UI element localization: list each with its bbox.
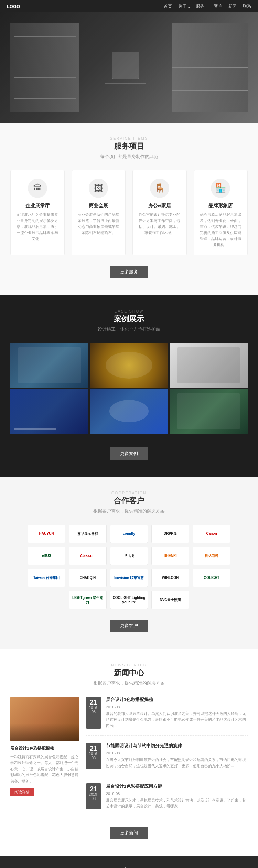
services-subtitle: 每个项目都是量身制作的典范 — [10, 154, 248, 160]
header-nav: 首页关于...服务...客户新闻联系 — [164, 3, 251, 9]
client-logo-6[interactable]: Abiz.com — [69, 547, 107, 565]
news-item-date-2: 2019-08 — [106, 792, 248, 796]
news-read-btn[interactable]: 阅读详情 — [10, 788, 34, 796]
footer-logo-area: LOGO logo name — [10, 867, 248, 868]
news-item-date-1: 2016-08 — [106, 751, 248, 755]
clients-accent: COOPERATION — [10, 491, 248, 495]
client-logo-11[interactable]: CHARQIN — [69, 569, 107, 587]
service-icon-0: 🏛 — [28, 179, 47, 198]
news-featured-desc: 一种独特而有深意的展台色彩搭配，虚心学习设计理念之一。每人，都能把一个无心意，心… — [10, 754, 79, 784]
case-item[interactable] — [170, 389, 248, 434]
header: LOGO 首页关于...服务...客户新闻联系 — [0, 0, 258, 12]
case-item[interactable] — [10, 389, 88, 434]
news-date-num-2: 21 — [87, 785, 100, 792]
cases-more-btn[interactable]: 更多案例 — [110, 447, 148, 460]
news-more-btn[interactable]: 更多新闻 — [110, 827, 148, 839]
service-icon-1: 🖼 — [89, 179, 108, 198]
news-item-date-0: 2016-08 — [106, 705, 248, 709]
nav-item-5[interactable]: 联系 — [243, 3, 251, 9]
nav-item-4[interactable]: 新闻 — [228, 3, 237, 9]
service-desc-0: 企业展示厅为企业提供专业量身定制的展示解决方案，展现品牌形象，吸引一流企业展示品… — [16, 212, 59, 242]
news-item-desc-1: 在当今大兴节能照明建筑设计的社会，节能照明设计和配套的关系，节约用电的环境协调，… — [106, 757, 248, 769]
news-item-title-2[interactable]: 展台设计1色彩搭配应用方键 — [106, 783, 248, 790]
news-featured: 展台设计1色彩搭配揭秘 一种独特而有深意的展台色彩搭配，虚心学习设计理念之一。每… — [10, 697, 79, 816]
cases-title: 案例展示 — [10, 314, 248, 324]
client-logo-16[interactable]: COOLiGHT Lighting your life — [110, 591, 148, 609]
client-logo-0[interactable]: HAUYUN — [28, 525, 65, 543]
service-card-1: 🖼 商业会展 商业会展是我们的产品展示展览，了解行业内最新动态与商业拓展领域的展… — [72, 170, 126, 255]
nav-item-1[interactable]: 关于... — [178, 3, 190, 9]
news-date-month-0: 2016-08 — [87, 706, 100, 714]
client-logo-1[interactable]: 嘉华显示器材 — [69, 525, 107, 543]
cases-accent: CASE SHOW — [10, 309, 248, 313]
news-title: 新闻中心 — [10, 668, 248, 678]
services-section: SERVICE ITEMS 服务项目 每个项目都是量身制作的典范 🏛 企业展示厅… — [0, 123, 258, 295]
service-icon-2: 🪑 — [150, 179, 169, 198]
hero-section — [0, 12, 258, 123]
case-item[interactable] — [10, 343, 88, 388]
case-item[interactable] — [90, 389, 168, 434]
service-card-3: 🏪 品牌形象店 品牌形象店从品牌形象出发，达到专业化，全面，重点，优质的设计理念… — [194, 170, 248, 255]
client-logo-4[interactable]: Canon — [193, 525, 230, 543]
client-logo-9[interactable]: 科达电梯 — [193, 547, 230, 565]
news-date-box-0: 21 2016-08 — [86, 697, 101, 729]
header-logo: LOGO — [7, 4, 20, 9]
news-item-0: 21 2016-08 展台设计1色彩搭配揭秘 2016-08 展台的装饰大卫弗兰… — [86, 697, 248, 736]
news-item-desc-0: 展台的装饰大卫弗兰设计。虽然人们认识展台之美，并可以把这种美感的人经历，无论这种… — [106, 711, 248, 729]
footer-logo: LOGO logo name — [109, 867, 149, 868]
news-content-1: 节能照明设计与节约中切分光透的旋律 2016-08 在当今大兴节能照明建筑设计的… — [106, 743, 248, 769]
client-logo-13[interactable]: WINLOON — [151, 569, 189, 587]
client-logo-10[interactable]: Taiwan 台湾集团 — [28, 569, 65, 587]
client-logo-2[interactable]: connfly — [110, 525, 148, 543]
news-item-title-0[interactable]: 展台设计1色彩搭配揭秘 — [106, 697, 248, 703]
client-logo-3[interactable]: DRPP显 — [151, 525, 189, 543]
service-card-0: 🏛 企业展示厅 企业展示厅为企业提供专业量身定制的展示解决方案，展现品牌形象，吸… — [10, 170, 65, 255]
cases-grid — [10, 343, 248, 434]
news-item-2: 21 2019-08 展台设计1色彩搭配应用方键 2019-08 展台展览展示艺… — [86, 783, 248, 816]
nav-item-3[interactable]: 客户 — [214, 3, 222, 9]
news-item-1: 21 2016-08 节能照明设计与节约中切分光透的旋律 2016-08 在当今… — [86, 743, 248, 776]
news-date-num-1: 21 — [87, 745, 100, 752]
client-logo-17[interactable]: NVC雷士照明 — [151, 591, 189, 609]
service-name-2: 办公&家居 — [138, 203, 181, 209]
news-accent: NEWS CENTER — [10, 663, 248, 667]
service-name-1: 商业会展 — [77, 203, 120, 209]
services-more-btn[interactable]: 更多服务 — [110, 266, 148, 278]
cases-section: CASE SHOW 案例展示 设计施工一体化全方位打造护航 更多案例 — [0, 295, 258, 477]
news-date-month-1: 2016-08 — [87, 752, 100, 760]
news-list: 21 2016-08 展台设计1色彩搭配揭秘 2016-08 展台的装饰大卫弗兰… — [86, 697, 248, 816]
news-content-2: 展台设计1色彩搭配应用方键 2019-08 展台展览展示艺术，是把展览技术，和艺… — [106, 783, 248, 809]
services-accent: SERVICE ITEMS — [10, 136, 248, 140]
client-logo-7[interactable]: 飞飞飞 — [110, 547, 148, 565]
service-icon-3: 🏪 — [211, 179, 230, 198]
news-featured-title: 展台设计1色彩搭配揭秘 — [10, 745, 79, 751]
client-logo-15[interactable]: LIGHTgreen 诺生态灯 — [69, 591, 107, 609]
news-subtitle: 根据客户需求，提供精准的解决方案 — [10, 680, 248, 686]
news-item-title-1[interactable]: 节能照明设计与节约中切分光透的旋律 — [106, 743, 248, 749]
client-logo-8[interactable]: SHENRI — [151, 547, 189, 565]
service-name-0: 企业展示厅 — [16, 203, 59, 209]
service-name-3: 品牌形象店 — [200, 203, 242, 209]
client-logo-12[interactable]: leovision 联想智慧 — [110, 569, 148, 587]
clients-grid: HAUYUN嘉华显示器材connflyDRPP显CanoneBUSAbiz.co… — [10, 525, 248, 609]
news-section: NEWS CENTER 新闻中心 根据客户需求，提供精准的解决方案 展台设计1色… — [0, 649, 258, 856]
news-item-desc-2: 展台展览展示艺术，是把展览技术，和艺术设计方法，以及设计创意设计了起来，其艺术设… — [106, 797, 248, 809]
services-title: 服务项目 — [10, 141, 248, 151]
case-item[interactable] — [170, 343, 248, 388]
client-logo-5[interactable]: eBUS — [28, 547, 65, 565]
news-date-box-1: 21 2016-08 — [86, 743, 101, 769]
service-card-2: 🪑 办公&家居 办公室的设计提供专业的设计方案与工作空间，包括、设计、采购、施工… — [132, 170, 187, 255]
news-layout: 展台设计1色彩搭配揭秘 一种独特而有深意的展台色彩搭配，虚心学习设计理念之一。每… — [10, 697, 248, 816]
news-date-month-2: 2019-08 — [87, 792, 100, 801]
news-date-num-0: 21 — [87, 699, 100, 706]
client-logo-14[interactable]: GOLIGHT — [193, 569, 230, 587]
cases-subtitle: 设计施工一体化全方位打造护航 — [10, 326, 248, 332]
case-item[interactable] — [90, 343, 168, 388]
clients-more-btn[interactable]: 更多客户 — [110, 620, 148, 632]
nav-item-0[interactable]: 首页 — [164, 3, 172, 9]
service-desc-1: 商业会展是我们的产品展示展览，了解行业内最新动态与商业拓展领域的展示陈列布局精确… — [77, 212, 120, 236]
news-featured-image — [10, 697, 79, 741]
service-desc-3: 品牌形象店从品牌形象出发，达到专业化，全面，重点，优质的设计理念与完善的施工队伍… — [200, 212, 242, 248]
news-content-0: 展台设计1色彩搭配揭秘 2016-08 展台的装饰大卫弗兰设计。虽然人们认识展台… — [106, 697, 248, 729]
nav-item-2[interactable]: 服务... — [196, 3, 208, 9]
